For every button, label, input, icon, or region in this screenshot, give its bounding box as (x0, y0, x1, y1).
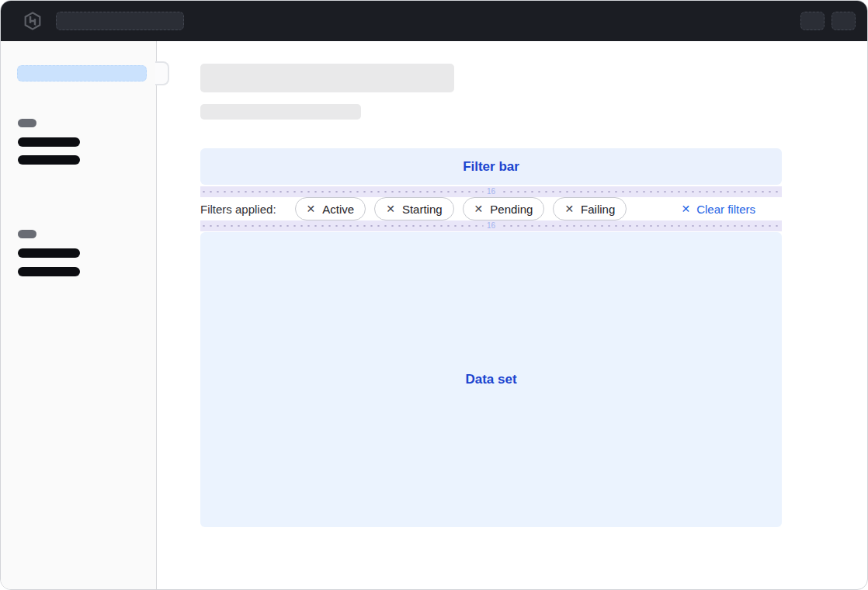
sidebar-item-placeholder (18, 155, 80, 165)
filter-pill-list: ✕ Active ✕ Starting ✕ Pending ✕ Failing (295, 197, 627, 220)
filter-pill-label: Active (322, 203, 354, 216)
topbar-button-1[interactable] (800, 12, 825, 30)
sidebar-item-placeholder (18, 267, 80, 276)
close-icon[interactable]: ✕ (564, 203, 574, 214)
sidebar-section-badge-1 (18, 119, 36, 127)
topbar-button-2[interactable] (832, 12, 856, 30)
sidebar-collapse-handle[interactable] (155, 61, 169, 85)
sidebar-section-badge-2 (18, 230, 36, 238)
app-window: Filter bar 16 Filters applied: ✕ Active … (0, 0, 868, 590)
filter-pill-label: Failing (581, 203, 615, 216)
sidebar-item-selected[interactable] (17, 65, 147, 82)
filter-pill-failing[interactable]: ✕ Failing (553, 197, 627, 220)
filter-bar-region: Filter bar (200, 148, 782, 185)
filter-pill-pending[interactable]: ✕ Pending (463, 197, 545, 220)
filter-bar-label: Filter bar (463, 159, 519, 175)
filter-pill-label: Starting (402, 203, 443, 216)
close-icon[interactable]: ✕ (307, 203, 316, 214)
close-icon[interactable]: ✕ (474, 203, 484, 214)
sidebar (1, 41, 157, 589)
clear-filters-link[interactable]: ✕ Clear filters (681, 203, 755, 216)
sidebar-item-placeholder (18, 137, 80, 147)
clear-filters-label: Clear filters (696, 203, 755, 216)
filter-pill-starting[interactable]: ✕ Starting (374, 197, 453, 220)
topbar (1, 1, 867, 41)
page-title-placeholder (200, 64, 454, 92)
page-subtitle-placeholder (200, 104, 361, 120)
spacing-annotation-bottom: 16 (200, 220, 782, 231)
spacing-value-top: 16 (483, 187, 499, 196)
applied-filters-row: Filters applied: ✕ Active ✕ Starting ✕ P… (200, 197, 782, 220)
content-stack: Filter bar 16 Filters applied: ✕ Active … (200, 148, 782, 527)
close-icon[interactable]: ✕ (386, 203, 395, 214)
data-set-region: Data set (200, 232, 782, 527)
sidebar-item-placeholder (18, 248, 80, 258)
filter-pill-label: Pending (490, 203, 533, 216)
search-input[interactable] (56, 12, 184, 30)
data-set-label: Data set (465, 372, 516, 387)
topbar-actions (800, 12, 856, 30)
filters-applied-label: Filters applied: (200, 203, 276, 216)
spacing-value-bottom: 16 (483, 221, 499, 231)
filter-pill-active[interactable]: ✕ Active (295, 197, 366, 220)
hashicorp-logo-icon[interactable] (23, 11, 43, 31)
close-icon: ✕ (681, 203, 690, 214)
spacing-annotation-top: 16 (200, 186, 782, 197)
